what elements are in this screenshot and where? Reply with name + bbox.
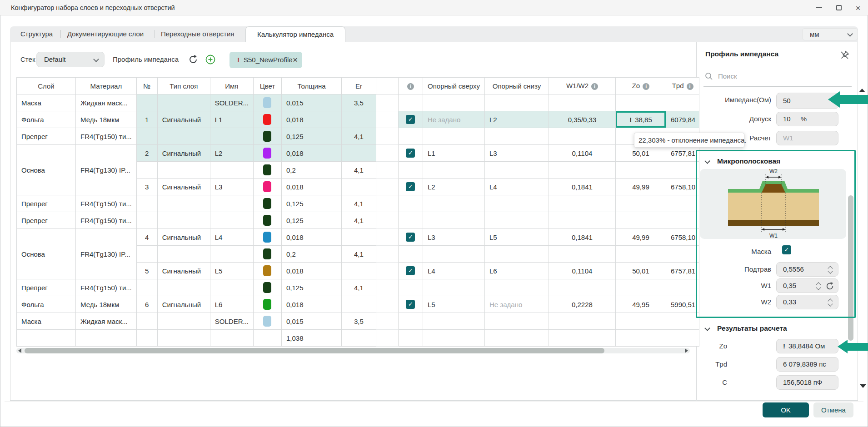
cell-tpd[interactable] [666, 212, 699, 229]
cell-ref-top[interactable] [423, 94, 484, 111]
cell-name[interactable] [210, 128, 253, 145]
minimize-button[interactable] [812, 2, 826, 14]
scroll-right-icon[interactable] [685, 348, 688, 353]
cell-number[interactable] [136, 212, 157, 229]
layer-color-chip[interactable] [263, 181, 271, 192]
cell-layer-type[interactable] [157, 94, 210, 111]
cell-number[interactable] [136, 94, 157, 111]
cell-name[interactable]: L3 [210, 179, 253, 195]
row-checkbox[interactable]: ✓ [406, 149, 415, 158]
cell-w1w2[interactable] [549, 330, 615, 347]
cell-tpd[interactable] [666, 313, 699, 330]
cell-number[interactable]: 1 [136, 111, 157, 128]
cell-thickness[interactable]: 0,125 [281, 279, 341, 296]
row-checkbox[interactable]: ✓ [406, 233, 415, 242]
cell-name[interactable]: L5 [210, 263, 253, 279]
cell-er[interactable] [341, 330, 376, 347]
cell-layer[interactable]: Препрег [17, 128, 76, 145]
cell-material[interactable]: Медь 18мкм [76, 111, 137, 128]
cell-ref-top[interactable] [423, 279, 484, 296]
cell-color[interactable] [253, 94, 281, 111]
cell-color[interactable] [253, 229, 281, 246]
cell-zo[interactable]: !38,85 [615, 111, 666, 128]
stack-select[interactable]: Default [36, 52, 105, 67]
row-checkbox[interactable]: ✓ [406, 300, 415, 309]
cell-ref-bottom[interactable] [484, 330, 549, 347]
cell-zo[interactable] [615, 330, 666, 347]
cell-color[interactable] [253, 246, 281, 263]
cell-ref-bottom[interactable]: L5 [484, 229, 549, 246]
cell-zo[interactable]: 49,95 [615, 296, 666, 313]
cell-number[interactable] [136, 246, 157, 263]
cell-ref-bottom[interactable] [484, 246, 549, 263]
cell-color[interactable] [253, 162, 281, 179]
cell-layer-type[interactable]: Сигнальный [157, 229, 210, 246]
info-icon[interactable]: i [591, 83, 598, 90]
ok-button[interactable]: OK [763, 402, 809, 417]
cell-er[interactable] [341, 145, 376, 162]
cell-tpd[interactable] [666, 195, 699, 212]
cell-ref-bottom[interactable] [484, 279, 549, 296]
cell-layer-type[interactable]: Сигнальный [157, 145, 210, 162]
cell-er[interactable]: 3,5 [341, 313, 376, 330]
cell-layer-type[interactable] [157, 162, 210, 179]
row-checkbox[interactable]: ✓ [406, 266, 415, 275]
cell-w1w2[interactable] [549, 162, 615, 179]
cell-zo[interactable] [615, 212, 666, 229]
cell-zo[interactable] [615, 94, 666, 111]
w1-input[interactable]: 0,35 [776, 278, 838, 293]
cell-layer[interactable]: Препрег [17, 279, 76, 296]
cell-name[interactable] [210, 246, 253, 263]
cell-layer-type[interactable]: Сигнальный [157, 111, 210, 128]
cell-thickness[interactable]: 0,015 [281, 313, 341, 330]
scroll-left-icon[interactable] [18, 348, 21, 353]
cell-layer[interactable]: Основа [17, 229, 76, 279]
cell-name[interactable] [210, 212, 253, 229]
cell-layer-type[interactable] [157, 128, 210, 145]
cell-tpd[interactable]: 6079,84 [666, 111, 699, 128]
cell-er[interactable]: 4,1 [341, 246, 376, 263]
w1-stepper[interactable] [816, 282, 822, 290]
cell-ref-bottom[interactable] [484, 94, 549, 111]
layer-color-chip[interactable] [263, 164, 271, 175]
cell-layer[interactable]: Маска [17, 313, 76, 330]
tolerance-input[interactable]: 10% [776, 112, 838, 126]
unpin-icon[interactable] [840, 50, 850, 60]
cell-color[interactable] [253, 128, 281, 145]
cell-number[interactable]: 2 [136, 145, 157, 162]
cell-tpd[interactable] [666, 279, 699, 296]
cell-thickness[interactable]: 0,125 [281, 128, 341, 145]
cell-ref-bottom[interactable] [484, 212, 549, 229]
layer-color-chip[interactable] [263, 248, 271, 259]
cell-number[interactable] [136, 279, 157, 296]
cell-thickness[interactable]: 0,125 [281, 212, 341, 229]
tab-impedance-calculator[interactable]: Калькулятор импеданса [245, 26, 345, 42]
cell-thickness[interactable]: 0,018 [281, 179, 341, 195]
cell-name[interactable]: SOLDER... [210, 94, 253, 111]
cell-tpd[interactable] [666, 162, 699, 179]
cell-material[interactable]: Жидкая маск... [76, 94, 137, 111]
cell-zo[interactable] [615, 162, 666, 179]
info-icon[interactable]: i [687, 83, 693, 90]
cell-thickness[interactable]: 0,018 [281, 145, 341, 162]
layer-color-chip[interactable] [263, 265, 271, 276]
layer-color-chip[interactable] [263, 282, 271, 293]
layer-color-chip[interactable] [263, 198, 271, 209]
profile-chip[interactable]: ! S50_NewProfile × [229, 52, 302, 68]
cell-er[interactable] [341, 111, 376, 128]
cell-color[interactable] [253, 145, 281, 162]
cell-ref-top[interactable] [423, 330, 484, 347]
cell-ref-top[interactable] [423, 313, 484, 330]
cell-w1w2[interactable] [549, 313, 615, 330]
cell-name[interactable] [210, 279, 253, 296]
cell-zo[interactable] [615, 313, 666, 330]
cell-material[interactable]: FR4(Tg130) IP... [76, 229, 137, 279]
cell-er[interactable]: 4,1 [341, 212, 376, 229]
panel-scrollbar-thumb[interactable] [848, 195, 853, 341]
cell-material[interactable]: FR4(Tg130) IP... [76, 145, 137, 195]
cell-layer-type[interactable]: Сигнальный [157, 263, 210, 279]
cell-w1w2[interactable] [549, 279, 615, 296]
cell-layer[interactable] [17, 330, 76, 347]
cell-color[interactable] [253, 195, 281, 212]
cell-w1w2[interactable]: 0,2228 [549, 296, 615, 313]
